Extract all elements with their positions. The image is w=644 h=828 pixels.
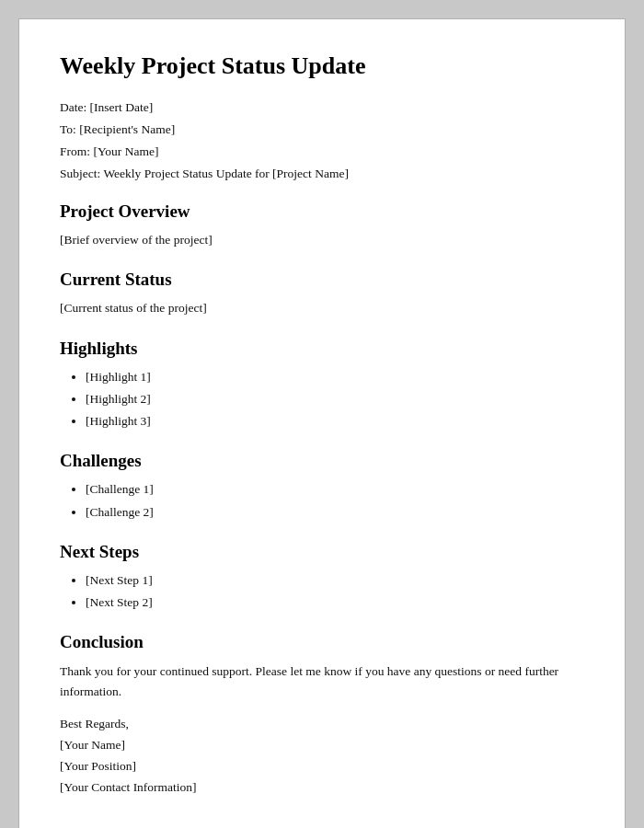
list-item: [Highlight 3] bbox=[86, 412, 584, 431]
meta-subject: Subject: Weekly Project Status Update fo… bbox=[60, 167, 584, 181]
meta-to: To: [Recipient's Name] bbox=[60, 122, 584, 137]
list-item: [Next Step 2] bbox=[86, 593, 584, 612]
section-heading-project-overview: Project Overview bbox=[60, 201, 584, 222]
section-heading-next-steps: Next Steps bbox=[60, 542, 584, 562]
meta-date: Date: [Insert Date] bbox=[60, 100, 584, 115]
list-item: [Highlight 2] bbox=[86, 390, 584, 408]
section-body-project-overview: [Brief overview of the project] bbox=[60, 231, 584, 249]
next-steps-list: [Next Step 1] [Next Step 2] bbox=[60, 571, 584, 613]
challenges-list: [Challenge 1] [Challenge 2] bbox=[60, 480, 584, 522]
sign-off: Best Regards,Best Regards, [Your Name] [… bbox=[60, 714, 584, 799]
list-item: [Next Step 1] bbox=[86, 571, 584, 590]
document-container: Weekly Project Status Update Date: [Inse… bbox=[18, 18, 626, 828]
conclusion-body: Thank you for your continued support. Pl… bbox=[60, 661, 584, 701]
list-item: [Challenge 2] bbox=[86, 503, 584, 522]
section-heading-challenges: Challenges bbox=[60, 451, 584, 471]
highlights-list: [Highlight 1] [Highlight 2] [Highlight 3… bbox=[60, 368, 584, 431]
list-item: [Challenge 1] bbox=[86, 480, 584, 499]
list-item: [Highlight 1] bbox=[86, 368, 584, 386]
section-heading-current-status: Current Status bbox=[60, 270, 584, 290]
section-heading-highlights: Highlights bbox=[60, 339, 584, 359]
section-heading-conclusion: Conclusion bbox=[60, 632, 584, 652]
document-title: Weekly Project Status Update bbox=[60, 52, 584, 80]
section-body-current-status: [Current status of the project] bbox=[60, 299, 584, 317]
meta-from: From: [Your Name] bbox=[60, 144, 584, 159]
